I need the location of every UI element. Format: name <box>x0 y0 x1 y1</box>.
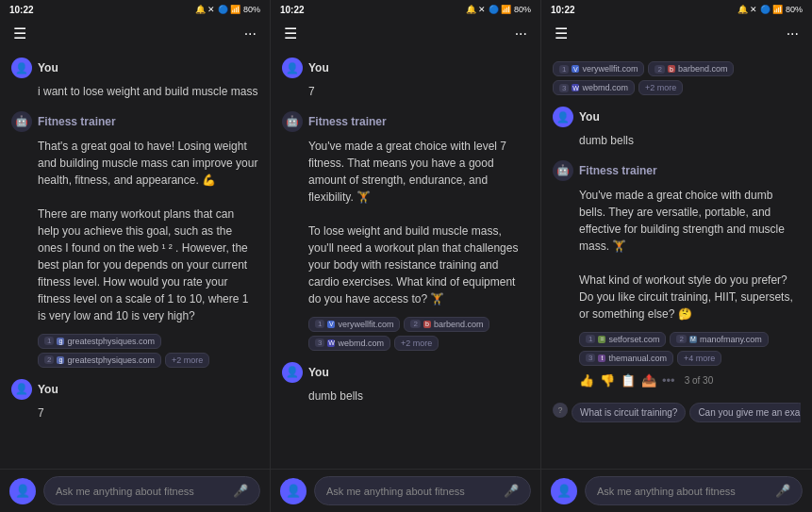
phone-panel-1: 10:22 🔔 ✕ 🔵 📶 80% ☰ ··· 👤 You i want to … <box>0 0 271 512</box>
status-bar-1: 10:22 🔔 ✕ 🔵 📶 80% <box>0 0 270 19</box>
source-chip-4[interactable]: 2 b barbend.com <box>404 317 489 332</box>
source-chip-3[interactable]: 1 V verywellfit.com <box>308 317 400 332</box>
bot-name-1: Fitness trainer <box>38 115 116 128</box>
more-chip-3[interactable]: +2 more <box>638 80 683 95</box>
bot-msg-1: That's a great goal to have! Losing weig… <box>11 138 258 324</box>
phone-panel-2: 10:22 🔔 ✕ 🔵 📶 80% ☰ ··· 👤 You 7 🤖 Fitnes… <box>271 0 541 512</box>
bot-message-group-2: 🤖 Fitness trainer You've made a great ch… <box>282 111 529 351</box>
source-chip-6[interactable]: 1 V verywellfit.com <box>553 61 644 76</box>
sources-row-2: 1 V verywellfit.com 2 b barbend.com 3 W … <box>282 317 529 351</box>
user-name-5: You <box>579 110 600 124</box>
chat-area-2: 👤 You 7 🤖 Fitness trainer You've made a … <box>271 48 540 469</box>
user-avatar-4: 👤 <box>282 362 303 383</box>
more-btn[interactable]: ••• <box>662 373 675 388</box>
copy-btn[interactable]: 📋 <box>621 373 636 388</box>
user-row-4: 👤 You <box>282 362 529 383</box>
bot-avatar-3: 🤖 <box>553 160 573 181</box>
user-name-4: You <box>308 366 329 379</box>
user-avatar-1: 👤 <box>11 58 32 78</box>
toolbar-2: ☰ ··· <box>271 19 540 48</box>
source-chip-8[interactable]: 3 W webmd.com <box>553 80 635 95</box>
user-message-group-2: 👤 You 7 <box>11 379 258 421</box>
status-icons-2: 🔔 ✕ 🔵 📶 80% <box>466 5 531 14</box>
user-avatar-5: 👤 <box>553 107 573 127</box>
user-msg-5: dumb bells <box>553 133 801 149</box>
bot-msg-3: You've made a great choice with dumb bel… <box>553 187 801 322</box>
source-chip-11[interactable]: 3 t themanual.com <box>579 351 673 366</box>
input-bar-2: 👤 Ask me anything about fitness 🎤 <box>271 469 540 512</box>
menu-icon-3[interactable]: ☰ <box>555 25 568 42</box>
menu-icon-1[interactable]: ☰ <box>13 25 26 42</box>
input-placeholder-3: Ask me anything about fitness <box>597 486 736 497</box>
input-placeholder-1: Ask me anything about fitness <box>56 486 194 497</box>
source-chip-10[interactable]: 2 M manofmany.com <box>670 332 768 347</box>
suggestion-chip-1[interactable]: What is circuit training? <box>572 403 686 422</box>
more-icon-2[interactable]: ··· <box>515 25 527 42</box>
menu-icon-2[interactable]: ☰ <box>284 25 297 42</box>
chat-area-3: 1 V verywellfit.com 2 b barbend.com 3 W … <box>541 48 812 469</box>
more-icon-1[interactable]: ··· <box>244 25 257 42</box>
bot-msg-2: You've made a great choice with level 7 … <box>282 138 529 307</box>
help-icon: ? <box>553 403 568 418</box>
mic-icon-3[interactable]: 🎤 <box>775 484 790 498</box>
bot-name-3: Fitness trainer <box>579 164 657 177</box>
bot-message-group-3: 🤖 Fitness trainer You've made a great ch… <box>553 160 801 388</box>
bot-row-2: 🤖 Fitness trainer <box>282 111 529 132</box>
suggestion-row-3: ? What is circuit training? Can you give… <box>553 403 801 422</box>
thumbsup-btn[interactable]: 👍 <box>579 373 594 388</box>
phone-panel-3: 10:22 🔔 ✕ 🔵 📶 80% ☰ ··· 1 V verywellfit.… <box>541 0 812 512</box>
user-name-1: You <box>38 61 58 74</box>
more-chip-1[interactable]: +2 more <box>165 353 209 368</box>
status-time-1: 10:22 <box>9 5 34 15</box>
bot-row-1: 🤖 Fitness trainer <box>11 111 258 132</box>
mic-icon-1[interactable]: 🎤 <box>233 484 248 498</box>
status-icons-3: 🔔 ✕ 🔵 📶 80% <box>737 5 803 14</box>
toolbar-3: ☰ ··· <box>541 19 812 48</box>
reaction-row-3: 👍 👎 📋 📤 ••• 3 of 30 <box>553 373 801 388</box>
user-row-5: 👤 You <box>553 107 801 127</box>
input-bar-3: 👤 Ask me anything about fitness 🎤 <box>541 469 812 512</box>
more-chip-4[interactable]: +4 more <box>677 351 721 366</box>
user-message-group-1: 👤 You i want to lose weight and build mu… <box>11 58 258 100</box>
toolbar-1: ☰ ··· <box>0 19 270 48</box>
user-avatar-3: 👤 <box>282 58 303 78</box>
input-bar-1: 👤 Ask me anything about fitness 🎤 <box>0 469 270 512</box>
mic-icon-2[interactable]: 🎤 <box>504 484 519 498</box>
sources-row-1: 1 g greatestphysiques.com 2 g greatestph… <box>11 334 258 368</box>
source-chip-5[interactable]: 3 W webmd.com <box>308 336 390 351</box>
user-message-group-3: 👤 You 7 <box>282 58 529 100</box>
share-btn[interactable]: 📤 <box>641 373 656 388</box>
user-name-3: You <box>308 61 329 74</box>
bot-message-group-1: 🤖 Fitness trainer That's a great goal to… <box>11 111 258 368</box>
input-field-1[interactable]: Ask me anything about fitness 🎤 <box>43 476 260 505</box>
user-msg-3: 7 <box>282 84 529 100</box>
status-time-3: 10:22 <box>551 5 575 15</box>
bot-row-3: 🤖 Fitness trainer <box>553 160 801 181</box>
source-chip-1[interactable]: 1 g greatestphysiques.com <box>38 334 161 349</box>
user-avatar-2: 👤 <box>11 379 32 400</box>
chat-area-1: 👤 You i want to lose weight and build mu… <box>0 48 270 469</box>
thumbsdown-btn[interactable]: 👎 <box>600 373 615 388</box>
input-field-2[interactable]: Ask me anything about fitness 🎤 <box>314 476 531 505</box>
more-chip-2[interactable]: +2 more <box>394 336 439 351</box>
source-chip-9[interactable]: 1 = setforset.com <box>579 332 666 347</box>
source-chip-2[interactable]: 2 g greatestphysiques.com <box>38 353 161 368</box>
input-field-3[interactable]: Ask me anything about fitness 🎤 <box>585 476 803 505</box>
status-time-2: 10:22 <box>280 5 305 15</box>
bot-avatar-2: 🤖 <box>282 111 303 132</box>
user-name-2: You <box>38 383 58 396</box>
status-icons-1: 🔔 ✕ 🔵 📶 80% <box>195 5 260 14</box>
user-message-group-4: 👤 You dumb bells <box>282 362 529 405</box>
bot-avatar-1: 🤖 <box>11 111 32 132</box>
input-avatar-3: 👤 <box>551 478 577 504</box>
sources-header-row: 1 V verywellfit.com 2 b barbend.com 3 W … <box>553 61 801 95</box>
more-icon-3[interactable]: ··· <box>787 25 799 42</box>
input-avatar-2: 👤 <box>280 478 307 504</box>
user-row-3: 👤 You <box>282 58 529 78</box>
suggestion-chip-2[interactable]: Can you give me an exa <box>689 403 801 422</box>
user-message-group-5: 👤 You dumb bells <box>553 107 801 149</box>
user-msg-4: dumb bells <box>282 388 529 405</box>
source-chip-7[interactable]: 2 b barbend.com <box>648 61 734 76</box>
user-msg-1: i want to lose weight and build muscle m… <box>11 84 258 100</box>
status-bar-2: 10:22 🔔 ✕ 🔵 📶 80% <box>271 0 540 19</box>
